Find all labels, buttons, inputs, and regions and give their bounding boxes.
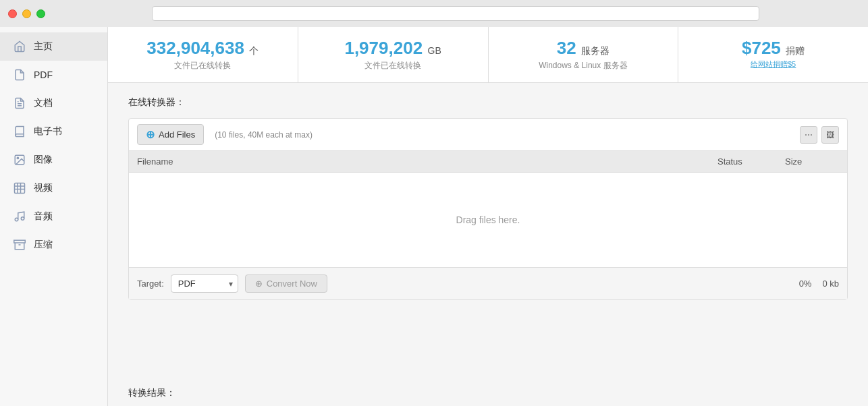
converter-title: 在线转换器： bbox=[128, 96, 848, 109]
stat-donation-number: $725 bbox=[742, 38, 781, 58]
document-icon bbox=[12, 96, 27, 111]
stat-files-unit: 个 bbox=[249, 45, 259, 56]
stat-servers-label: Windows & Linux 服务器 bbox=[502, 60, 665, 71]
home-icon bbox=[12, 39, 27, 54]
col-status: Status bbox=[717, 156, 785, 167]
stat-donation: $725 捐赠 给网站捐赠$5 bbox=[678, 27, 868, 82]
sidebar-item-pdf[interactable]: PDF bbox=[0, 61, 107, 89]
sidebar-label-image: 图像 bbox=[34, 154, 53, 166]
stat-gb-converted: 1,979,202 GB 文件已在线转换 bbox=[298, 27, 489, 82]
svg-point-3 bbox=[17, 157, 18, 158]
drop-zone[interactable]: Drag files here. bbox=[129, 173, 847, 267]
stat-gb-unit: GB bbox=[428, 45, 441, 56]
results-title: 转换结果： bbox=[128, 387, 848, 399]
grid-icon[interactable]: ⋯ bbox=[800, 126, 817, 144]
sidebar-item-image[interactable]: 图像 bbox=[0, 146, 107, 174]
col-filename: Filename bbox=[137, 156, 717, 167]
stat-gb-label: 文件已在线转换 bbox=[312, 60, 474, 71]
sidebar-label-archive: 压缩 bbox=[34, 239, 53, 251]
convert-icon: ⊕ bbox=[255, 279, 263, 289]
titlebar bbox=[0, 0, 868, 27]
stat-files-number: 332,904,638 bbox=[146, 38, 244, 58]
stat-files-converted: 332,904,638 个 文件已在线转换 bbox=[108, 27, 298, 82]
ebook-icon bbox=[12, 124, 27, 139]
progress-size: 0 kb bbox=[822, 279, 839, 289]
upload-area: ⊕ Add Files (10 files, 40M each at max) … bbox=[128, 118, 848, 300]
sidebar-item-home[interactable]: 主页 bbox=[0, 32, 107, 61]
sidebar-label-ebook: 电子书 bbox=[34, 125, 62, 138]
sidebar-item-archive[interactable]: 压缩 bbox=[0, 231, 107, 259]
svg-rect-11 bbox=[14, 240, 26, 243]
sidebar-item-audio[interactable]: 音频 bbox=[0, 202, 107, 231]
svg-point-10 bbox=[21, 217, 24, 221]
svg-rect-4 bbox=[15, 183, 25, 194]
minimize-button[interactable] bbox=[22, 9, 31, 18]
image-upload-icon[interactable]: 🖼 bbox=[821, 126, 839, 144]
convert-btn-label: Convert Now bbox=[267, 279, 317, 289]
stat-servers-number: 32 bbox=[557, 38, 576, 58]
file-hint: (10 files, 40M each at max) bbox=[215, 130, 313, 140]
audio-icon bbox=[12, 209, 27, 224]
maximize-button[interactable] bbox=[36, 9, 45, 18]
sidebar-label-doc: 文档 bbox=[34, 97, 53, 109]
sidebar-item-ebook[interactable]: 电子书 bbox=[0, 117, 107, 146]
stat-files-label: 文件已在线转换 bbox=[121, 60, 284, 71]
target-label: Target: bbox=[137, 279, 164, 289]
sidebar-label-home: 主页 bbox=[34, 40, 53, 53]
image-icon bbox=[12, 152, 27, 167]
upload-icons: ⋯ 🖼 bbox=[800, 126, 839, 144]
svg-point-9 bbox=[15, 218, 18, 221]
add-files-label: Add Files bbox=[159, 129, 195, 140]
col-size: Size bbox=[785, 156, 839, 167]
main-content: 332,904,638 个 文件已在线转换 1,979,202 GB 文件已在线… bbox=[108, 27, 868, 406]
video-icon bbox=[12, 181, 27, 196]
drag-hint: Drag files here. bbox=[456, 214, 520, 225]
close-button[interactable] bbox=[8, 9, 17, 18]
sidebar: 主页 PDF 文档 bbox=[0, 27, 108, 406]
stat-servers: 32 服务器 Windows & Linux 服务器 bbox=[489, 27, 679, 82]
target-select-wrapper: PDF DOC DOCX JPG PNG MP3 MP4 bbox=[171, 274, 238, 293]
convert-now-button[interactable]: ⊕ Convert Now bbox=[245, 274, 327, 293]
target-select[interactable]: PDF DOC DOCX JPG PNG MP3 MP4 bbox=[171, 274, 238, 293]
stat-donation-sublabel[interactable]: 给网站捐赠$5 bbox=[692, 59, 855, 69]
archive-icon bbox=[12, 237, 27, 252]
sidebar-label-pdf: PDF bbox=[34, 69, 53, 80]
results-section: 转换结果： bbox=[108, 387, 868, 406]
app-layout: 主页 PDF 文档 bbox=[0, 27, 868, 406]
stat-gb-number: 1,979,202 bbox=[344, 38, 423, 58]
plus-icon: ⊕ bbox=[146, 128, 155, 141]
address-bar[interactable] bbox=[152, 6, 759, 21]
add-files-button[interactable]: ⊕ Add Files bbox=[137, 124, 204, 145]
stat-donation-unit: 捐赠 bbox=[786, 45, 805, 56]
progress-info: 0% 0 kb bbox=[799, 279, 839, 289]
upload-header: ⊕ Add Files (10 files, 40M each at max) … bbox=[129, 119, 847, 151]
pdf-icon bbox=[12, 67, 27, 82]
progress-percent: 0% bbox=[799, 279, 812, 289]
stats-bar: 332,904,638 个 文件已在线转换 1,979,202 GB 文件已在线… bbox=[108, 27, 868, 83]
table-header: Filename Status Size bbox=[129, 151, 847, 173]
convert-bar: Target: PDF DOC DOCX JPG PNG MP3 MP4 bbox=[129, 267, 847, 299]
sidebar-item-video[interactable]: 视频 bbox=[0, 174, 107, 202]
sidebar-label-video: 视频 bbox=[34, 182, 53, 194]
converter-section: 在线转换器： ⊕ Add Files (10 files, 40M each a… bbox=[108, 83, 868, 387]
stat-servers-unit: 服务器 bbox=[581, 45, 609, 56]
sidebar-label-audio: 音频 bbox=[34, 210, 53, 223]
sidebar-item-doc[interactable]: 文档 bbox=[0, 89, 107, 117]
